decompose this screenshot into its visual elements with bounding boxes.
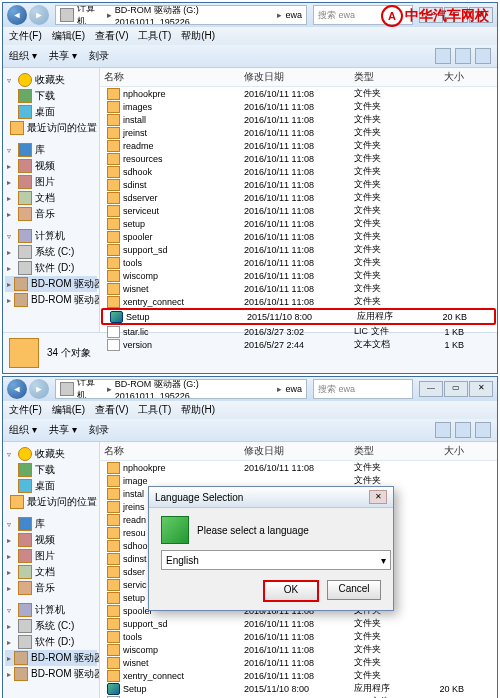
col-size[interactable]: 大小 bbox=[414, 444, 470, 458]
cancel-button[interactable]: Cancel bbox=[327, 580, 381, 600]
sidebar-bdrom2[interactable]: BD-ROM 驱动器 bbox=[31, 293, 100, 307]
file-row[interactable]: xentry_connect2016/10/11 11:08文件夹 bbox=[100, 669, 497, 682]
sidebar-sysdrive[interactable]: 系统 (C:) bbox=[35, 245, 74, 259]
nav-back-button[interactable]: ◄ bbox=[7, 5, 27, 25]
search-input[interactable]: 搜索 ewa bbox=[313, 379, 413, 399]
breadcrumb-root[interactable]: 计算机 bbox=[77, 379, 104, 399]
sidebar-videos[interactable]: 视频 bbox=[35, 533, 55, 547]
file-row[interactable]: wisnet2016/10/11 11:08文件夹 bbox=[100, 282, 497, 295]
tool-share[interactable]: 共享 ▾ bbox=[49, 423, 77, 437]
menu-edit[interactable]: 编辑(E) bbox=[52, 403, 85, 417]
sidebar-recent[interactable]: 最近访问的位置 bbox=[27, 495, 97, 509]
sidebar-libraries[interactable]: 库 bbox=[35, 143, 45, 157]
sidebar-favorites[interactable]: 收藏夹 bbox=[35, 73, 65, 87]
file-row[interactable]: star.lic2016/3/27 3:02LIC 文件1 KB bbox=[100, 325, 497, 338]
sidebar-docs[interactable]: 文档 bbox=[35, 191, 55, 205]
file-row[interactable]: serviceut2016/10/11 11:08文件夹 bbox=[100, 204, 497, 217]
file-row[interactable]: sdserver2016/10/11 11:08文件夹 bbox=[100, 191, 497, 204]
menu-view[interactable]: 查看(V) bbox=[95, 29, 128, 43]
menu-view[interactable]: 查看(V) bbox=[95, 403, 128, 417]
file-row[interactable]: version2016/5/27 2:44文本文档1 KB bbox=[100, 338, 497, 351]
sidebar-libraries[interactable]: 库 bbox=[35, 517, 45, 531]
sidebar-recent[interactable]: 最近访问的位置 bbox=[27, 121, 97, 135]
file-row[interactable]: wisnet2016/10/11 11:08文件夹 bbox=[100, 656, 497, 669]
tool-burn[interactable]: 刻录 bbox=[89, 49, 109, 63]
file-row[interactable]: wiscomp2016/10/11 11:08文件夹 bbox=[100, 643, 497, 656]
col-date[interactable]: 修改日期 bbox=[244, 444, 354, 458]
menu-help[interactable]: 帮助(H) bbox=[181, 29, 215, 43]
col-name[interactable]: 名称 bbox=[100, 70, 244, 84]
sidebar-sysdrive[interactable]: 系统 (C:) bbox=[35, 619, 74, 633]
file-row[interactable]: jreinst2016/10/11 11:08文件夹 bbox=[100, 126, 497, 139]
col-type[interactable]: 类型 bbox=[354, 444, 414, 458]
file-row[interactable]: Setup2015/11/10 8:00应用程序20 KB bbox=[100, 682, 497, 695]
sidebar-music[interactable]: 音乐 bbox=[35, 581, 55, 595]
file-row[interactable]: wiscomp2016/10/11 11:08文件夹 bbox=[100, 269, 497, 282]
breadcrumb[interactable]: 计算机 ▸ BD-ROM 驱动器 (G:) 20161011_195226 ▸ … bbox=[55, 5, 307, 25]
breadcrumb[interactable]: 计算机 ▸ BD-ROM 驱动器 (G:) 20161011_195226 ▸ … bbox=[55, 379, 307, 399]
menu-file[interactable]: 文件(F) bbox=[9, 29, 42, 43]
help-icon[interactable] bbox=[475, 48, 491, 64]
sidebar-downloads[interactable]: 下载 bbox=[35, 463, 55, 477]
file-row[interactable]: support_sd2016/10/11 11:08文件夹 bbox=[100, 243, 497, 256]
sidebar-music[interactable]: 音乐 bbox=[35, 207, 55, 221]
breadcrumb-root[interactable]: 计算机 bbox=[77, 5, 104, 25]
sidebar-bdrom2[interactable]: BD-ROM 驱动器 bbox=[31, 667, 100, 681]
minimize-button[interactable]: — bbox=[419, 381, 443, 397]
file-row[interactable]: xentry_connect2016/10/11 11:08文件夹 bbox=[100, 295, 497, 308]
file-row[interactable]: readme2016/10/11 11:08文件夹 bbox=[100, 139, 497, 152]
sidebar-downloads[interactable]: 下载 bbox=[35, 89, 55, 103]
sidebar-pictures[interactable]: 图片 bbox=[35, 175, 55, 189]
tool-share[interactable]: 共享 ▾ bbox=[49, 49, 77, 63]
preview-pane-icon[interactable] bbox=[455, 422, 471, 438]
file-row[interactable]: setup2016/10/11 11:08文件夹 bbox=[100, 217, 497, 230]
dialog-close-button[interactable]: ✕ bbox=[369, 490, 387, 504]
view-options-icon[interactable] bbox=[435, 48, 451, 64]
file-row[interactable]: nphookpre2016/10/11 11:08文件夹 bbox=[100, 87, 497, 100]
sidebar-computer[interactable]: 计算机 bbox=[35, 229, 65, 243]
sidebar-desktop[interactable]: 桌面 bbox=[35, 479, 55, 493]
menu-file[interactable]: 文件(F) bbox=[9, 403, 42, 417]
sidebar-bdrom1[interactable]: BD-ROM 驱动器 bbox=[31, 277, 100, 291]
sidebar-pictures[interactable]: 图片 bbox=[35, 549, 55, 563]
sidebar-swdrive[interactable]: 软件 (D:) bbox=[35, 261, 74, 275]
sidebar-bdrom1[interactable]: BD-ROM 驱动器 bbox=[31, 651, 100, 665]
tool-organize[interactable]: 组织 ▾ bbox=[9, 423, 37, 437]
sidebar-favorites[interactable]: 收藏夹 bbox=[35, 447, 65, 461]
language-select[interactable]: English ▾ bbox=[161, 550, 391, 570]
tool-organize[interactable]: 组织 ▾ bbox=[9, 49, 37, 63]
sidebar-desktop[interactable]: 桌面 bbox=[35, 105, 55, 119]
maximize-button[interactable]: ▭ bbox=[444, 381, 468, 397]
preview-pane-icon[interactable] bbox=[455, 48, 471, 64]
nav-back-button[interactable]: ◄ bbox=[7, 379, 27, 399]
file-row[interactable]: spooler2016/10/11 11:08文件夹 bbox=[100, 230, 497, 243]
col-size[interactable]: 大小 bbox=[414, 70, 470, 84]
ok-button[interactable]: OK bbox=[263, 580, 319, 602]
file-row[interactable]: support_sd2016/10/11 11:08文件夹 bbox=[100, 617, 497, 630]
menu-tools[interactable]: 工具(T) bbox=[138, 403, 171, 417]
file-row[interactable]: resources2016/10/11 11:08文件夹 bbox=[100, 152, 497, 165]
view-options-icon[interactable] bbox=[435, 422, 451, 438]
sidebar-docs[interactable]: 文档 bbox=[35, 565, 55, 579]
menu-help[interactable]: 帮助(H) bbox=[181, 403, 215, 417]
sidebar-computer[interactable]: 计算机 bbox=[35, 603, 65, 617]
breadcrumb-folder[interactable]: ewa bbox=[285, 10, 302, 20]
close-button[interactable]: ✕ bbox=[469, 381, 493, 397]
file-row[interactable]: Setup2015/11/10 8:00应用程序20 KB bbox=[101, 308, 496, 325]
file-row[interactable]: sdhook2016/10/11 11:08文件夹 bbox=[100, 165, 497, 178]
breadcrumb-drive[interactable]: BD-ROM 驱动器 (G:) 20161011_195226 bbox=[115, 5, 275, 25]
sidebar-videos[interactable]: 视频 bbox=[35, 159, 55, 173]
file-row[interactable]: images2016/10/11 11:08文件夹 bbox=[100, 100, 497, 113]
file-row[interactable]: tools2016/10/11 11:08文件夹 bbox=[100, 630, 497, 643]
col-type[interactable]: 类型 bbox=[354, 70, 414, 84]
file-row[interactable]: sdinst2016/10/11 11:08文件夹 bbox=[100, 178, 497, 191]
breadcrumb-folder[interactable]: ewa bbox=[285, 384, 302, 394]
file-row[interactable]: tools2016/10/11 11:08文件夹 bbox=[100, 256, 497, 269]
col-date[interactable]: 修改日期 bbox=[244, 70, 354, 84]
file-row[interactable]: nphookpre2016/10/11 11:08文件夹 bbox=[100, 461, 497, 474]
menu-edit[interactable]: 编辑(E) bbox=[52, 29, 85, 43]
file-row[interactable]: install2016/10/11 11:08文件夹 bbox=[100, 113, 497, 126]
tool-burn[interactable]: 刻录 bbox=[89, 423, 109, 437]
col-name[interactable]: 名称 bbox=[100, 444, 244, 458]
help-icon[interactable] bbox=[475, 422, 491, 438]
